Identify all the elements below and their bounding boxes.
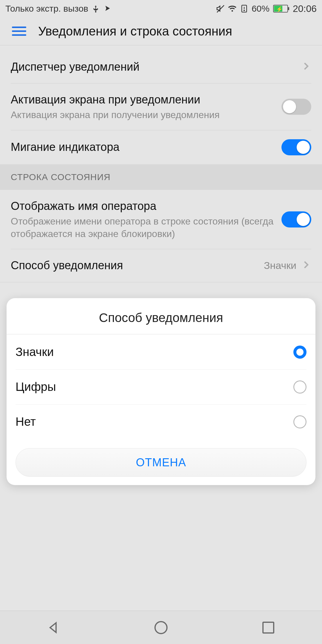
toggle-screen-on[interactable] xyxy=(281,99,311,115)
row-subtitle: Активация экрана при получении уведомлен… xyxy=(11,109,281,121)
row-title: Активация экрана при уведомлении xyxy=(11,92,281,107)
nav-recent-button[interactable] xyxy=(259,619,277,637)
toggle-led[interactable] xyxy=(281,139,311,155)
content-area: Диспетчер уведомлений Активация экрана п… xyxy=(0,45,322,611)
dialog-notification-method: Способ уведомления Значки Цифры Нет ОТМЕ… xyxy=(7,298,315,485)
dialog-option-numbers[interactable]: Цифры xyxy=(7,369,315,404)
carrier-text: Только экстр. вызов xyxy=(5,4,88,14)
greenify-icon xyxy=(103,4,112,13)
option-label: Нет xyxy=(16,415,36,428)
page-title: Уведомления и строка состояния xyxy=(38,24,232,38)
usb-icon xyxy=(91,4,100,13)
row-title: Диспетчер уведомлений xyxy=(11,60,301,74)
option-label: Цифры xyxy=(16,380,56,394)
row-subtitle: Отображение имени оператора в строке сос… xyxy=(11,215,281,240)
dialog-cancel-button[interactable]: ОТМЕНА xyxy=(16,448,306,477)
radio-icon xyxy=(293,415,306,428)
row-notification-manager[interactable]: Диспетчер уведомлений xyxy=(0,51,322,83)
row-title: Мигание индикатора xyxy=(11,140,281,154)
battery-percent: 60% xyxy=(252,4,270,14)
row-value: Значки xyxy=(264,260,296,271)
chevron-right-icon xyxy=(301,60,311,75)
row-show-carrier[interactable]: Отображать имя оператора Отображение име… xyxy=(0,190,322,249)
toggle-show-carrier[interactable] xyxy=(281,211,311,227)
clock-text: 20:06 xyxy=(293,3,317,14)
battery-icon: ⚡ xyxy=(273,5,288,13)
svg-point-3 xyxy=(244,10,244,11)
radio-icon xyxy=(293,380,306,394)
option-label: Значки xyxy=(16,345,54,359)
svg-marker-4 xyxy=(50,623,56,632)
sim-alert-icon xyxy=(240,4,249,13)
chevron-right-icon xyxy=(301,258,311,273)
status-bar: Только экстр. вызов 60% ⚡ 20:06 xyxy=(0,0,322,17)
menu-icon[interactable] xyxy=(12,24,26,38)
row-led-blink[interactable]: Мигание индикатора xyxy=(0,130,322,164)
svg-line-0 xyxy=(217,5,224,13)
row-screen-on-notify[interactable]: Активация экрана при уведомлении Активац… xyxy=(0,83,322,130)
dialog-option-none[interactable]: Нет xyxy=(7,404,315,439)
row-title: Отображать имя оператора xyxy=(11,199,281,213)
radio-selected-icon xyxy=(293,346,306,359)
dialog-title: Способ уведомления xyxy=(7,298,315,335)
section-header-statusbar: СТРОКА СОСТОЯНИЯ xyxy=(0,164,322,190)
nav-home-button[interactable] xyxy=(152,619,170,637)
navigation-bar xyxy=(0,611,322,644)
nav-back-button[interactable] xyxy=(45,619,63,637)
app-bar: Уведомления и строка состояния xyxy=(0,17,322,45)
wifi-icon xyxy=(228,4,237,13)
row-title: Способ уведомления xyxy=(11,258,264,273)
mute-icon xyxy=(216,4,225,13)
row-notification-method[interactable]: Способ уведомления Значки xyxy=(0,249,322,282)
dialog-option-icons[interactable]: Значки xyxy=(7,335,315,369)
